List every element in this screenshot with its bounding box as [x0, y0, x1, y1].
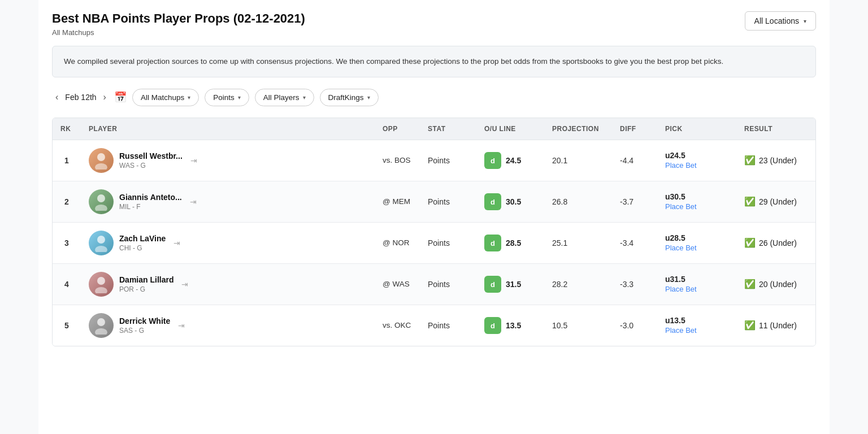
svg-point-16 — [97, 318, 105, 326]
place-bet-link[interactable]: Place Bet — [665, 326, 728, 335]
place-bet-link[interactable]: Place Bet — [665, 202, 728, 211]
next-date-button[interactable]: › — [100, 91, 110, 103]
ou-line-cell: d 24.5 — [476, 140, 544, 181]
projection-cell: 10.5 — [544, 305, 612, 346]
rank-cell: 1 — [53, 140, 81, 181]
chevron-down-icon: ▾ — [804, 18, 806, 24]
pick-label: u31.5 — [665, 275, 728, 284]
draftkings-icon: d — [484, 317, 501, 334]
player-info: Giannis Anteto... MIL - F — [119, 193, 182, 211]
rank-cell: 5 — [53, 305, 81, 346]
pick-label: u13.5 — [665, 316, 728, 325]
projection-cell: 20.1 — [544, 140, 612, 181]
col-header-opp: OPP — [375, 118, 420, 140]
table-row: 4 Damian Lillard POR - G ⇥ @ WAS Points … — [53, 263, 815, 305]
player-trend-icon[interactable]: ⇥ — [173, 238, 180, 248]
rank-cell: 3 — [53, 222, 81, 263]
player-name: Damian Lillard — [119, 275, 173, 284]
projection-cell: 25.1 — [544, 222, 612, 263]
page-header: Best NBA Points Player Props (02-12-2021… — [52, 11, 816, 37]
stat-filter-button[interactable]: Points ▾ — [205, 89, 249, 106]
all-locations-button[interactable]: All Locations ▾ — [745, 11, 816, 31]
table-row: 5 Derrick White SAS - G ⇥ vs. OKC Points… — [53, 305, 815, 346]
svg-point-1 — [95, 163, 107, 170]
players-chevron-icon: ▾ — [303, 94, 306, 101]
result-text: 23 (Under) — [759, 156, 797, 165]
projection-cell: 28.2 — [544, 263, 612, 305]
sportsbook-filter-button[interactable]: DraftKings ▾ — [320, 89, 379, 106]
player-trend-icon[interactable]: ⇥ — [190, 156, 197, 165]
player-avatar — [89, 189, 114, 214]
date-nav: ‹ Feb 12th › 📅 — [52, 91, 127, 103]
pick-cell: u31.5 Place Bet — [657, 263, 736, 305]
ou-line-cell: d 31.5 — [476, 263, 544, 305]
diff-cell: -3.4 — [612, 222, 657, 263]
projection-cell: 26.8 — [544, 181, 612, 222]
player-trend-icon[interactable]: ⇥ — [181, 280, 188, 289]
prev-date-button[interactable]: ‹ — [52, 91, 62, 103]
col-header-ou-line: O/U LINE — [476, 118, 544, 140]
stat-cell: Points — [420, 181, 476, 222]
result-text: 20 (Under) — [759, 280, 797, 289]
table-row: 3 Zach LaVine CHI - G ⇥ @ NOR Points d — [53, 222, 815, 263]
svg-point-0 — [97, 153, 105, 161]
svg-point-4 — [97, 194, 105, 202]
player-team: WAS - G — [119, 162, 183, 170]
matchups-filter-button[interactable]: All Matchups ▾ — [132, 89, 199, 106]
check-icon: ✅ — [744, 196, 756, 207]
svg-text:d: d — [491, 198, 495, 206]
draftkings-icon: d — [484, 152, 501, 169]
player-name: Russell Westbr... — [119, 151, 183, 160]
result-cell: ✅ 23 (Under) — [736, 140, 815, 181]
result-cell: ✅ 11 (Under) — [736, 305, 815, 346]
place-bet-link[interactable]: Place Bet — [665, 161, 728, 170]
ou-line-cell: d 13.5 — [476, 305, 544, 346]
diff-cell: -4.4 — [612, 140, 657, 181]
place-bet-link[interactable]: Place Bet — [665, 285, 728, 293]
col-header-pick: PICK — [657, 118, 736, 140]
player-info: Zach LaVine CHI - G — [119, 234, 166, 252]
player-trend-icon[interactable]: ⇥ — [190, 197, 197, 206]
opponent-cell: @ NOR — [375, 222, 420, 263]
col-header-result: RESULT — [736, 118, 815, 140]
page-title: Best NBA Points Player Props (02-12-2021… — [52, 11, 305, 26]
result-text: 26 (Under) — [759, 238, 797, 248]
result-cell: ✅ 29 (Under) — [736, 181, 815, 222]
col-header-rk: RK — [53, 118, 81, 140]
player-avatar — [89, 272, 114, 297]
player-cell: Zach LaVine CHI - G ⇥ — [81, 222, 375, 263]
stat-label: Points — [213, 93, 235, 102]
result-text: 11 (Under) — [759, 321, 797, 330]
info-text: We compiled several projection sources t… — [64, 57, 723, 66]
player-team: POR - G — [119, 285, 173, 293]
players-filter-button[interactable]: All Players ▾ — [255, 89, 314, 106]
pick-label: u30.5 — [665, 192, 728, 201]
matchups-label: All Matchups — [141, 93, 184, 102]
props-table-container: RK PLAYER OPP STAT O/U LINE PROJECTION D… — [52, 118, 816, 346]
check-icon: ✅ — [744, 320, 756, 331]
player-trend-icon[interactable]: ⇥ — [178, 321, 185, 330]
stat-cell: Points — [420, 305, 476, 346]
svg-text:d: d — [491, 280, 495, 289]
player-name: Zach LaVine — [119, 234, 166, 243]
diff-cell: -3.3 — [612, 263, 657, 305]
col-header-player: PLAYER — [81, 118, 375, 140]
svg-point-12 — [97, 277, 105, 285]
check-icon: ✅ — [744, 279, 756, 289]
player-cell: Giannis Anteto... MIL - F ⇥ — [81, 181, 375, 222]
draftkings-icon: d — [484, 276, 501, 293]
draftkings-icon: d — [484, 193, 501, 210]
player-team: CHI - G — [119, 244, 166, 252]
place-bet-link[interactable]: Place Bet — [665, 244, 728, 252]
player-avatar — [89, 231, 114, 255]
calendar-icon[interactable]: 📅 — [114, 91, 127, 103]
stat-cell: Points — [420, 222, 476, 263]
opponent-cell: vs. BOS — [375, 140, 420, 181]
ou-number: 28.5 — [506, 238, 521, 248]
diff-cell: -3.0 — [612, 305, 657, 346]
sportsbook-label: DraftKings — [328, 93, 364, 102]
player-avatar — [89, 148, 114, 173]
player-avatar — [89, 313, 114, 338]
svg-text:d: d — [491, 322, 495, 330]
table-header-row: RK PLAYER OPP STAT O/U LINE PROJECTION D… — [53, 118, 815, 140]
